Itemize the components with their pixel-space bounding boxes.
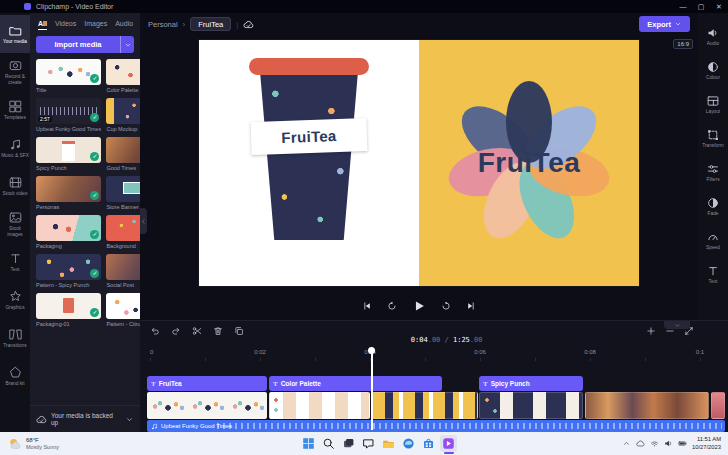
- media-item[interactable]: 2:57✓ Upbeat Funky Good Times: [36, 98, 101, 132]
- media-item[interactable]: ✓ Color Palette: [106, 59, 140, 93]
- property-text[interactable]: Text: [698, 257, 728, 291]
- tab-videos[interactable]: Videos: [55, 20, 76, 30]
- import-options-chevron[interactable]: [120, 36, 134, 53]
- media-item[interactable]: ✓ Store Banner: [106, 176, 140, 210]
- undo-button[interactable]: [150, 326, 160, 336]
- duplicate-button[interactable]: [234, 326, 244, 336]
- maximize-button[interactable]: ▢: [692, 3, 710, 11]
- audio-clip[interactable]: Upbeat Funky Good Times: [147, 420, 725, 432]
- tray-expand-tray-button[interactable]: [622, 439, 631, 448]
- backup-status-row[interactable]: Your media is backed up: [30, 405, 140, 432]
- text-clip[interactable]: TFruiTea: [147, 376, 267, 391]
- export-button[interactable]: Export: [639, 16, 690, 32]
- media-thumbnail[interactable]: ✓: [36, 137, 101, 163]
- media-item[interactable]: ✓ Good Times: [106, 137, 140, 171]
- media-thumbnail[interactable]: ✓: [36, 254, 101, 280]
- panel-collapse-handle[interactable]: [140, 208, 147, 234]
- volume-tray-button[interactable]: [664, 439, 673, 448]
- tab-audio[interactable]: Audio: [115, 20, 133, 30]
- fast-forward-button[interactable]: [441, 301, 451, 311]
- media-item[interactable]: ✓ Social Post: [106, 254, 140, 288]
- import-media-button[interactable]: Import media: [36, 36, 134, 53]
- sidebar-item-text[interactable]: Text: [0, 243, 30, 281]
- delete-button[interactable]: [213, 326, 223, 336]
- taskbar-file-explorer-button[interactable]: [380, 435, 397, 452]
- media-thumbnail[interactable]: ✓: [36, 59, 101, 85]
- video-clip[interactable]: [372, 392, 478, 419]
- preview-cup-slide[interactable]: FruiTea: [199, 40, 419, 286]
- timeline-collapse-handle[interactable]: [664, 321, 690, 329]
- media-item[interactable]: ✓ Packaging: [36, 215, 101, 249]
- battery-tray-button[interactable]: [678, 439, 687, 448]
- property-transform[interactable]: Transform: [698, 121, 728, 155]
- skip-forward-button[interactable]: [466, 301, 476, 311]
- property-speed[interactable]: Speed: [698, 223, 728, 257]
- media-thumbnail[interactable]: ✓: [36, 215, 101, 241]
- video-clip[interactable]: [479, 392, 583, 419]
- preview-canvas[interactable]: FruiTea FruiTea: [199, 40, 639, 286]
- media-item[interactable]: ✓ Cup Mockup: [106, 98, 140, 132]
- sidebar-item-music-sfx[interactable]: Music & SFX: [0, 129, 30, 167]
- media-item[interactable]: ✓ Pattern - Spicy Punch: [36, 254, 101, 288]
- media-item[interactable]: ✓ Packaging-01: [36, 293, 101, 327]
- property-colour[interactable]: Colour: [698, 53, 728, 87]
- sidebar-item-your-media[interactable]: Your media: [0, 15, 30, 53]
- split-button[interactable]: [192, 326, 202, 336]
- playhead[interactable]: [371, 349, 373, 430]
- video-clip[interactable]: [711, 392, 725, 419]
- skip-back-button[interactable]: [362, 301, 372, 311]
- media-thumbnail[interactable]: ✓: [36, 293, 101, 319]
- taskbar-start-button[interactable]: [300, 435, 317, 452]
- media-item[interactable]: ✓ Title: [36, 59, 101, 93]
- property-filters[interactable]: Filters: [698, 155, 728, 189]
- sidebar-item-graphics[interactable]: Graphics: [0, 281, 30, 319]
- sidebar-item-record-create[interactable]: Record & create: [0, 53, 30, 91]
- media-thumbnail[interactable]: ✓: [106, 59, 140, 85]
- media-thumbnail[interactable]: ✓: [106, 215, 140, 241]
- media-item[interactable]: ✓ Background: [106, 215, 140, 249]
- property-layout[interactable]: Layout: [698, 87, 728, 121]
- media-item[interactable]: ✓ Personas: [36, 176, 101, 210]
- media-thumbnail[interactable]: ✓: [106, 137, 140, 163]
- sidebar-item-stock-images[interactable]: Stock images: [0, 205, 30, 243]
- property-fade[interactable]: Fade: [698, 189, 728, 223]
- preview-logo-slide[interactable]: FruiTea: [419, 40, 639, 286]
- taskbar-clipchamp-button[interactable]: [440, 435, 457, 452]
- sidebar-item-brand-kit[interactable]: Brand kit: [0, 357, 30, 395]
- sidebar-item-stock-video[interactable]: Stock video: [0, 167, 30, 205]
- taskbar-store-button[interactable]: [420, 435, 437, 452]
- minimize-button[interactable]: —: [674, 3, 692, 11]
- media-item[interactable]: ✓ Spicy Punch: [36, 137, 101, 171]
- property-audio[interactable]: Audio: [698, 19, 728, 53]
- text-clip[interactable]: TColor Palette: [269, 376, 442, 391]
- text-clip[interactable]: TSpicy Punch: [479, 376, 583, 391]
- wifi-tray-button[interactable]: [650, 439, 659, 448]
- media-item[interactable]: ✓ Pattern - Citrus Blast: [106, 293, 140, 327]
- project-title-field[interactable]: FruiTea: [190, 17, 231, 31]
- taskbar-edge-button[interactable]: [400, 435, 417, 452]
- taskbar-task-view-button[interactable]: [340, 435, 357, 452]
- media-thumbnail[interactable]: ✓: [36, 176, 101, 202]
- video-clip[interactable]: [269, 392, 370, 419]
- taskbar-chat-button[interactable]: [360, 435, 377, 452]
- timeline-ruler[interactable]: 00:020:040:060:080:1: [140, 349, 728, 361]
- onedrive-tray-button[interactable]: [636, 439, 645, 448]
- rewind-button[interactable]: [387, 301, 397, 311]
- taskbar-search-button[interactable]: [320, 435, 337, 452]
- play-button[interactable]: [412, 299, 426, 313]
- sidebar-item-templates[interactable]: Templates: [0, 91, 30, 129]
- media-thumbnail[interactable]: ✓: [106, 293, 140, 319]
- zoom-in-button[interactable]: [646, 326, 656, 336]
- breadcrumb-root[interactable]: Personal: [148, 20, 178, 29]
- close-button[interactable]: ✕: [710, 3, 728, 11]
- sidebar-item-transitions[interactable]: Transitions: [0, 319, 30, 357]
- tab-images[interactable]: Images: [84, 20, 107, 30]
- media-thumbnail[interactable]: ✓: [106, 254, 140, 280]
- video-clip[interactable]: [585, 392, 709, 419]
- media-thumbnail[interactable]: 2:57✓: [36, 98, 101, 124]
- weather-widget[interactable]: 68°F Mostly Sunny: [0, 437, 59, 451]
- clock[interactable]: 11:51 AM 10/27/2023: [692, 436, 721, 450]
- tab-all[interactable]: All: [38, 20, 47, 30]
- media-thumbnail[interactable]: ✓: [106, 98, 140, 124]
- redo-button[interactable]: [171, 326, 181, 336]
